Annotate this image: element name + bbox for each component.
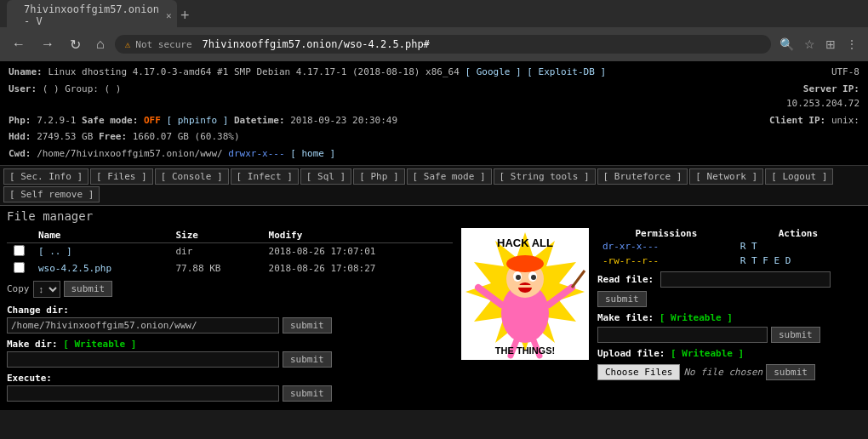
execute-row: Execute: submit	[7, 373, 453, 402]
execute-form: submit	[7, 385, 453, 402]
file-modify-0: 2018-08-26 17:07:01	[262, 242, 453, 260]
user-label: User:	[9, 83, 37, 94]
col-name: Name	[31, 228, 168, 243]
read-file-row: Read file: submit	[597, 271, 861, 307]
nav-safemode[interactable]: [ Safe mode ]	[407, 168, 492, 185]
forms-section: Change dir: submit Make dir: [ Writeable…	[7, 305, 453, 402]
change-dir-submit[interactable]: submit	[283, 317, 332, 334]
menu-button[interactable]: ⋮	[842, 36, 861, 53]
action-f-1[interactable]: F	[762, 255, 768, 266]
nav-sec-info[interactable]: [ Sec. Info ]	[3, 168, 89, 185]
action-d-1[interactable]: D	[785, 255, 791, 266]
choose-files-label[interactable]: Choose Files	[597, 364, 680, 380]
make-file-row: Make file: [ Writeable ] submit	[597, 312, 861, 343]
tab-title: 7hivinxooffgim57.onion - V	[24, 3, 159, 27]
col-modify: Modify	[262, 228, 453, 243]
new-tab-button[interactable]: +	[180, 7, 190, 25]
row-checkbox-0[interactable]	[14, 245, 25, 256]
make-dir-submit[interactable]: submit	[283, 351, 332, 368]
page-content: Uname: Linux dhosting 4.17.0-3-amd64 #1 …	[0, 61, 868, 410]
make-file-submit[interactable]: submit	[771, 327, 820, 343]
perm-row-1: -rw-r--r-- R T F E D	[597, 254, 861, 268]
copy-row: Copy ↕ submit	[7, 281, 453, 298]
make-dir-input[interactable]	[7, 351, 279, 368]
file-modify-1: 2018-08-26 17:08:27	[262, 260, 453, 277]
nav-files[interactable]: [ Files ]	[90, 168, 153, 185]
phpinfo-link[interactable]: [ phpinfo ]	[166, 115, 228, 126]
address-bar[interactable]: ⚠ Not secure 7hivinxooffgim57.onion/wso-…	[115, 35, 771, 54]
make-dir-form: submit	[7, 351, 453, 368]
nav-infect[interactable]: [ Infect ]	[231, 168, 299, 185]
right-forms: Read file: submit Make file: [ Writeable…	[597, 271, 861, 380]
make-file-writeable: [ Writeable ]	[660, 312, 733, 323]
col-size: Size	[168, 228, 261, 243]
file-link-1[interactable]: wso-4.2.5.php	[38, 263, 111, 274]
copy-submit-button[interactable]: submit	[64, 281, 113, 297]
encoding-value: UTF-8	[831, 66, 859, 77]
actions-value-1: R T F E D	[735, 254, 861, 268]
nav-console[interactable]: [ Console ]	[155, 168, 229, 185]
address-text: 7hivinxooffgim57.onion/wso-4.2.5.php#	[203, 38, 430, 50]
cwd-value: /home/7hivinxooffgim57.onion/www/	[37, 148, 223, 159]
col-checkbox	[7, 228, 31, 243]
fm-left-panel: Name Size Modify [ .. ] dir 2018-08-26 1…	[7, 228, 453, 407]
copy-label: Copy	[7, 283, 30, 294]
extensions-button[interactable]: ⊞	[822, 36, 839, 53]
tab-close-button[interactable]: ✕	[166, 10, 172, 21]
action-r-0[interactable]: R	[740, 241, 746, 252]
php-label: Php:	[9, 115, 31, 126]
nav-network[interactable]: [ Network ]	[689, 168, 763, 185]
navigation-menu: [ Sec. Info ] [ Files ] [ Console ] [ In…	[0, 166, 868, 206]
nav-sql[interactable]: [ Sql ]	[300, 168, 351, 185]
browser-chrome: 7hivinxooffgim57.onion - V ✕ + ← → ↻ ⌂ ⚠…	[0, 0, 868, 61]
nav-bruteforce[interactable]: [ Bruteforce ]	[597, 168, 688, 185]
perm-col-header: Permissions	[597, 228, 735, 239]
svg-point-7	[516, 275, 521, 280]
make-file-input[interactable]	[597, 327, 768, 343]
exploitdb-link[interactable]: [ Exploit-DB ]	[527, 66, 606, 77]
read-file-submit[interactable]: submit	[597, 291, 647, 307]
upload-submit[interactable]: submit	[766, 364, 815, 380]
file-size-1: 77.88 KB	[168, 260, 261, 277]
row-checkbox-1[interactable]	[14, 262, 25, 273]
change-dir-input[interactable]	[7, 317, 279, 334]
read-file-input[interactable]	[660, 271, 831, 288]
svg-point-4	[506, 255, 544, 272]
back-button[interactable]: ←	[7, 35, 31, 54]
forward-button[interactable]: →	[36, 35, 60, 54]
safemode-label: Safe mode:	[82, 115, 138, 126]
nav-selfremove[interactable]: [ Self remove ]	[3, 186, 100, 202]
file-link-0[interactable]: [ .. ]	[38, 246, 72, 257]
google-link[interactable]: [ Google ]	[465, 66, 521, 77]
action-t-1[interactable]: T	[751, 255, 757, 266]
nav-logout[interactable]: [ Logout ]	[765, 168, 833, 185]
search-button[interactable]: 🔍	[776, 36, 797, 53]
copy-select[interactable]: ↕	[33, 281, 60, 298]
file-manager-title: File manager	[7, 209, 861, 223]
execute-input[interactable]	[7, 385, 279, 402]
make-dir-label: Make dir: [ Writeable ]	[7, 339, 453, 350]
uname-value: Linux dhosting 4.17.0-3-amd64 #1 SMP Deb…	[48, 66, 459, 77]
reload-button[interactable]: ↻	[65, 35, 86, 54]
perm-row-0: dr-xr-x--- R T	[597, 239, 861, 254]
file-manager: File manager Name Size Modify	[0, 206, 868, 410]
action-e-1[interactable]: E	[774, 255, 780, 266]
execute-submit[interactable]: submit	[283, 385, 332, 402]
table-row: [ .. ] dir 2018-08-26 17:07:01	[7, 242, 453, 260]
home-button[interactable]: ⌂	[91, 35, 110, 54]
security-icon: ⚠	[125, 39, 131, 50]
nav-stringtools[interactable]: [ String tools ]	[494, 168, 596, 185]
upload-writeable: [ Writeable ]	[671, 348, 744, 359]
bookmark-button[interactable]: ☆	[801, 36, 819, 53]
permissions-table: Permissions Actions dr-xr-x--- R T	[597, 228, 861, 268]
active-tab[interactable]: 7hivinxooffgim57.onion - V ✕	[7, 0, 177, 31]
svg-text:HACK ALL: HACK ALL	[497, 237, 553, 249]
upload-file-row: Upload file: [ Writeable ]	[597, 348, 861, 359]
server-ip-value: 10.253.204.72	[786, 98, 859, 109]
no-file-label: No file chosen	[683, 367, 762, 378]
action-t-0[interactable]: T	[751, 241, 757, 252]
php-value: 7.2.9-1	[37, 115, 76, 126]
home-link[interactable]: [ home ]	[290, 148, 335, 159]
action-r-1[interactable]: R	[740, 255, 746, 266]
nav-php[interactable]: [ Php ]	[353, 168, 404, 185]
